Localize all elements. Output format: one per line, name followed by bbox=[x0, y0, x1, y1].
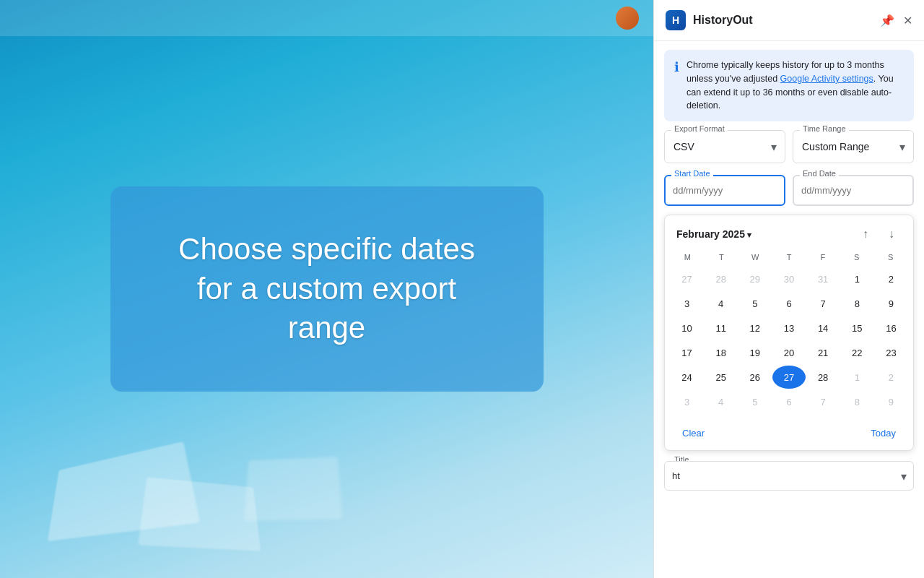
weekday-thu: T bbox=[772, 250, 806, 264]
time-range-select[interactable]: Custom Range Last 7 days Last 30 days La… bbox=[793, 130, 914, 163]
calendar-day[interactable]: 5 bbox=[738, 292, 771, 315]
header-actions: 📌 ✕ bbox=[880, 14, 912, 27]
calendar-day[interactable]: 31 bbox=[807, 267, 840, 290]
left-background-panel: Choose specific dates for a custom expor… bbox=[0, 0, 653, 578]
calendar-grid: M T W T F S S 27282930311234567891011121… bbox=[665, 250, 913, 419]
calendar-days: 2728293031123456789101112131415161718192… bbox=[671, 267, 907, 413]
export-format-label: Export Format bbox=[671, 124, 728, 133]
weekday-sun: S bbox=[873, 250, 907, 264]
export-format-field: Export Format CSV JSON HTML bbox=[664, 130, 785, 163]
info-text: Chrome typically keeps history for up to… bbox=[687, 59, 904, 113]
calendar-day[interactable]: 1 bbox=[841, 267, 873, 290]
calendar-day[interactable]: 10 bbox=[671, 316, 703, 340]
export-format-select-wrapper: CSV JSON HTML bbox=[664, 130, 785, 163]
time-range-label: Time Range bbox=[800, 124, 849, 133]
title-field: Title ▾ bbox=[664, 461, 914, 491]
title-input[interactable] bbox=[664, 461, 914, 491]
decorative-shape-2 bbox=[138, 477, 261, 551]
calendar-day[interactable]: 6 bbox=[772, 390, 805, 413]
browser-bar bbox=[0, 0, 653, 36]
info-icon: ℹ bbox=[674, 59, 679, 75]
calendar-day[interactable]: 28 bbox=[705, 267, 737, 290]
date-fields-row: Start Date End Date bbox=[664, 175, 914, 206]
calendar-weekdays: M T W T F S S bbox=[671, 250, 907, 264]
calendar-day[interactable]: 9 bbox=[875, 292, 907, 315]
time-range-field: Time Range Custom Range Last 7 days Last… bbox=[793, 130, 914, 163]
calendar-day[interactable]: 17 bbox=[671, 341, 703, 364]
calendar-popup: February 2025 ↑ ↓ M T W T F S S 27282930… bbox=[664, 215, 914, 451]
calendar-footer: Clear Today bbox=[665, 419, 913, 450]
export-format-select[interactable]: CSV JSON HTML bbox=[664, 130, 785, 163]
start-date-label: Start Date bbox=[671, 169, 713, 178]
google-activity-link[interactable]: Google Activity settings bbox=[780, 74, 873, 84]
calendar-day[interactable]: 4 bbox=[705, 292, 737, 315]
weekday-wed: W bbox=[738, 250, 772, 264]
calendar-navigation: ↑ ↓ bbox=[855, 224, 902, 244]
time-range-select-wrapper: Custom Range Last 7 days Last 30 days La… bbox=[793, 130, 914, 163]
calendar-prev-button[interactable]: ↑ bbox=[855, 224, 876, 244]
calendar-day[interactable]: 1 bbox=[841, 366, 873, 389]
today-button[interactable]: Today bbox=[865, 425, 902, 441]
calendar-day[interactable]: 11 bbox=[705, 316, 737, 340]
close-icon[interactable]: ✕ bbox=[903, 14, 912, 27]
calendar-day[interactable]: 7 bbox=[807, 292, 840, 315]
start-date-input[interactable] bbox=[664, 175, 785, 206]
end-date-field: End Date bbox=[793, 175, 914, 206]
calendar-next-button[interactable]: ↓ bbox=[881, 224, 902, 244]
calendar-day[interactable]: 27 bbox=[671, 267, 703, 290]
calendar-day[interactable]: 3 bbox=[671, 292, 703, 315]
calendar-day[interactable]: 21 bbox=[807, 341, 840, 364]
extension-panel: H HistoryOut 📌 ✕ ℹ Chrome typically keep… bbox=[653, 0, 924, 578]
calendar-day[interactable]: 19 bbox=[738, 341, 771, 364]
calendar-day[interactable]: 2 bbox=[875, 267, 907, 290]
calendar-day[interactable]: 23 bbox=[875, 341, 907, 364]
info-banner: ℹ Chrome typically keeps history for up … bbox=[664, 50, 914, 121]
extra-fields: Title ▾ bbox=[654, 461, 924, 501]
calendar-day[interactable]: 28 bbox=[807, 366, 840, 389]
calendar-day[interactable]: 29 bbox=[738, 267, 771, 290]
calendar-day[interactable]: 16 bbox=[875, 316, 907, 340]
promo-heading: Choose specific dates for a custom expor… bbox=[168, 230, 486, 348]
weekday-mon: M bbox=[671, 250, 705, 264]
extension-header: H HistoryOut 📌 ✕ bbox=[654, 0, 924, 41]
calendar-day[interactable]: 8 bbox=[841, 390, 873, 413]
weekday-fri: F bbox=[806, 250, 840, 264]
calendar-day[interactable]: 22 bbox=[841, 341, 873, 364]
calendar-day[interactable]: 2 bbox=[875, 366, 907, 389]
calendar-day[interactable]: 24 bbox=[671, 366, 703, 389]
calendar-day[interactable]: 15 bbox=[841, 316, 873, 340]
calendar-day[interactable]: 9 bbox=[875, 390, 907, 413]
calendar-day[interactable]: 8 bbox=[841, 292, 873, 315]
weekday-sat: S bbox=[840, 250, 873, 264]
calendar-day[interactable]: 7 bbox=[807, 390, 840, 413]
end-date-label: End Date bbox=[800, 169, 839, 178]
end-date-input[interactable] bbox=[793, 175, 914, 206]
calendar-month-year[interactable]: February 2025 bbox=[676, 228, 855, 240]
calendar-selected-day[interactable]: 27 bbox=[772, 366, 805, 389]
calendar-day[interactable]: 3 bbox=[671, 390, 703, 413]
calendar-header: February 2025 ↑ ↓ bbox=[665, 215, 913, 250]
start-date-field: Start Date bbox=[664, 175, 785, 206]
calendar-day[interactable]: 13 bbox=[772, 316, 805, 340]
calendar-day[interactable]: 18 bbox=[705, 341, 737, 364]
calendar-day[interactable]: 30 bbox=[772, 267, 805, 290]
calendar-day[interactable]: 25 bbox=[705, 366, 737, 389]
calendar-day[interactable]: 14 bbox=[807, 316, 840, 340]
calendar-day[interactable]: 5 bbox=[738, 390, 771, 413]
promo-card: Choose specific dates for a custom expor… bbox=[110, 186, 544, 392]
clear-button[interactable]: Clear bbox=[676, 425, 710, 441]
weekday-tue: T bbox=[705, 250, 738, 264]
format-time-fields: Export Format CSV JSON HTML Time Range C… bbox=[664, 130, 914, 163]
calendar-day[interactable]: 20 bbox=[772, 341, 805, 364]
calendar-day[interactable]: 6 bbox=[772, 292, 805, 315]
pin-icon[interactable]: 📌 bbox=[880, 14, 894, 27]
title-dropdown-icon[interactable]: ▾ bbox=[901, 469, 907, 483]
extension-title: HistoryOut bbox=[693, 14, 880, 27]
calendar-day[interactable]: 12 bbox=[738, 316, 771, 340]
calendar-day[interactable]: 4 bbox=[705, 390, 737, 413]
decorative-shape-3 bbox=[244, 457, 343, 521]
format-time-row: Export Format CSV JSON HTML Time Range C… bbox=[654, 130, 924, 215]
calendar-day[interactable]: 26 bbox=[738, 366, 771, 389]
user-avatar bbox=[616, 7, 639, 30]
extension-icon: H bbox=[666, 10, 686, 30]
